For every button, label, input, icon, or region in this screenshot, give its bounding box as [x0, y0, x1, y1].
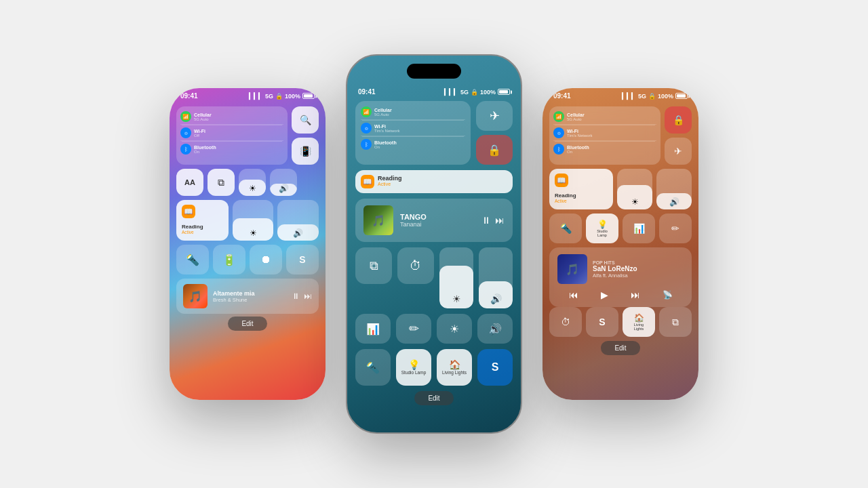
record-tile-left[interactable]: ⏺	[250, 245, 282, 274]
battery-pct-left: 100%	[285, 93, 300, 100]
flashlight-center[interactable]: 🔦	[355, 349, 391, 386]
reading-status-center: Active	[378, 182, 402, 186]
reading-status-right: Active	[555, 199, 576, 203]
volume-slider-left[interactable]: 🔊	[270, 169, 297, 196]
lock-icon-right: 🔒	[648, 93, 656, 100]
mirror-right[interactable]: ⧉	[659, 307, 692, 337]
shazam-right[interactable]: S	[586, 307, 618, 337]
pause-btn-center[interactable]: ⏸	[481, 215, 491, 226]
screen-mirror-tile-left[interactable]: ⧉	[208, 169, 235, 196]
lock-icon-left: 🔒	[275, 93, 283, 100]
brightness-slider-center[interactable]: ☀	[439, 247, 473, 308]
bluetooth-row-right[interactable]: ᛒ Bluetooth On	[553, 142, 656, 157]
flashlight-right[interactable]: 🔦	[549, 214, 582, 243]
center-row-4: ⧉ ⏱ ☀ 🔊	[355, 247, 513, 308]
cellular-icon-left: 📶	[180, 111, 191, 122]
airplane-tile-right[interactable]: ✈	[665, 138, 692, 165]
status-bar-left: 09:41 ▎▎▎ 5G 🔒 100%	[170, 88, 326, 102]
airplay-btn-right[interactable]: 📡	[663, 290, 673, 300]
flashlight-tile-left[interactable]: 🔦	[176, 245, 209, 274]
magnify-tile-left[interactable]: 🔍	[292, 106, 319, 134]
reading-status-left: Active	[182, 230, 203, 235]
cellular-icon-center: 📶	[361, 106, 372, 117]
cellular-row-left[interactable]: 📶 Cellular 5G Auto	[180, 109, 283, 125]
center-row-5: 📊 ✏ ☀ 🔊	[355, 314, 513, 344]
row-3-right: 🔦 💡 StudioLamp 📊 ✏	[549, 214, 692, 243]
brightness-slider-right[interactable]: ☀	[617, 169, 652, 209]
center-row-6: 🔦 💡 Studio Lamp 🏠 Living Lights S	[355, 349, 513, 386]
brightness-slider2-left[interactable]: ☀	[233, 200, 274, 241]
battery-pct-center: 100%	[480, 89, 496, 96]
mirror-tile-center[interactable]: ⧉	[355, 247, 392, 284]
eq-right[interactable]: 📊	[623, 214, 655, 243]
reading-label-left: Reading	[182, 224, 203, 230]
living-lights-right[interactable]: 🏠 LivingLights	[623, 307, 655, 337]
connectivity-block-left[interactable]: 📶 Cellular 5G Auto ⌾ Wi-Fi Off	[176, 106, 288, 165]
connectivity-right[interactable]: 📶 Cellular 5G Auto ⌾ Wi-Fi Tim's Netw	[549, 106, 660, 165]
volume-slider-right[interactable]: 🔊	[656, 169, 692, 209]
network-left: 5G	[265, 93, 273, 100]
battery-icon-right	[675, 93, 688, 99]
music-controls-left[interactable]: ⏸ ⏭	[292, 291, 312, 301]
album-right: 🎵	[557, 254, 587, 284]
sun-tile-center[interactable]: ☀	[437, 314, 472, 344]
edit-btn-left[interactable]: Edit	[228, 317, 267, 331]
phone-center: 09:41 ▎▎▎ 5G 🔒 100% 📶 Cellular	[346, 54, 522, 434]
voicemail-tile-left[interactable]: 📳	[292, 138, 319, 165]
music-controls-right[interactable]: ⏮ ▶ ⏭ 📡	[557, 289, 684, 300]
living-lights-center[interactable]: 🏠 Living Lights	[437, 349, 472, 386]
cellular-row-center[interactable]: 📶 Cellular 5G Auto	[361, 104, 465, 120]
play-btn-right[interactable]: ▶	[601, 289, 608, 300]
scribble-tile-center[interactable]: ✏	[396, 314, 431, 344]
album-art-left: 🎵	[183, 284, 208, 308]
lock-tile-center[interactable]: 🔒	[476, 135, 513, 165]
music-right[interactable]: 🎵 POP HITS SaN LoReNzo Alfa ft. Annalisa…	[549, 247, 692, 307]
bluetooth-icon-right: ᛒ	[553, 144, 564, 155]
studio-lamp-center[interactable]: 💡 Studio Lamp	[396, 349, 431, 386]
music-center[interactable]: 🎵 TANGO Tananai ⏸ ⏭	[355, 199, 513, 242]
edit-btn-right[interactable]: Edit	[601, 341, 639, 355]
timer-tile-center[interactable]: ⏱	[397, 247, 434, 284]
reading-tile-left[interactable]: 📖 Reading Active	[176, 200, 229, 241]
shazam-center[interactable]: S	[477, 349, 513, 386]
reading-icon-center: 📖	[361, 175, 374, 188]
volume3-tile-center[interactable]: 🔊	[477, 314, 513, 344]
lock-tile-right[interactable]: 🔒	[665, 106, 692, 134]
next-btn-center[interactable]: ⏭	[495, 215, 505, 226]
fastfwd-btn-right[interactable]: ⏭	[631, 289, 640, 300]
wifi-row-right[interactable]: ⌾ Wi-Fi Tim's Network	[553, 125, 656, 141]
signal-left: ▎▎▎	[249, 93, 263, 100]
volume-slider-center[interactable]: 🔊	[479, 247, 513, 308]
phone-left: 09:41 ▎▎▎ 5G 🔒 100% 📶	[170, 88, 326, 400]
cellular-row-right[interactable]: 📶 Cellular 5G Auto	[553, 109, 656, 125]
connectivity-center[interactable]: 📶 Cellular 5G Auto ⌾ Wi-Fi Tim's Network	[355, 101, 471, 165]
shazam-tile-left[interactable]: S	[286, 245, 319, 274]
pause-btn-left[interactable]: ⏸	[292, 291, 300, 301]
studio-lamp-right[interactable]: 💡 StudioLamp	[586, 214, 618, 243]
wifi-row-center[interactable]: ⌾ Wi-Fi Tim's Network	[361, 121, 465, 136]
volume-slider2-left[interactable]: 🔊	[277, 200, 319, 241]
airplane-tile-center[interactable]: ✈	[476, 101, 513, 131]
reading-label-center: Reading	[378, 175, 402, 182]
scribble-right[interactable]: ✏	[659, 214, 692, 243]
signal-right: ▎▎▎	[622, 93, 636, 100]
network-center: 5G	[460, 89, 469, 96]
bluetooth-row-left[interactable]: ᛒ Bluetooth On	[180, 142, 283, 157]
timer-right[interactable]: ⏱	[549, 307, 582, 337]
row-2-right: 📖 Reading Active ☀ 🔊	[549, 169, 692, 209]
music-tile-left[interactable]: 🎵 Altamente mia Bresh & Shune ⏸ ⏭	[176, 279, 319, 314]
eq-tile-center[interactable]: 📊	[355, 314, 391, 344]
edit-btn-center[interactable]: Edit	[414, 391, 453, 405]
brightness-slider-left[interactable]: ☀	[239, 169, 266, 196]
next-btn-left[interactable]: ⏭	[304, 291, 312, 301]
center-row-2: 📖 Reading Active	[355, 170, 513, 193]
wifi-row-left[interactable]: ⌾ Wi-Fi Off	[180, 125, 283, 141]
battery-tile-left[interactable]: 🔋	[213, 245, 245, 274]
reading-tile-center[interactable]: 📖 Reading Active	[355, 170, 513, 193]
reading-tile-right[interactable]: 📖 Reading Active	[549, 169, 613, 209]
bluetooth-row-center[interactable]: ᛒ Bluetooth On	[361, 137, 465, 152]
rewind-btn-right[interactable]: ⏮	[569, 289, 578, 300]
wifi-icon-right: ⌾	[553, 127, 564, 138]
scene: 09:41 ▎▎▎ 5G 🔒 100% 📶	[0, 0, 868, 488]
text-size-tile-left[interactable]: AA	[176, 169, 203, 196]
